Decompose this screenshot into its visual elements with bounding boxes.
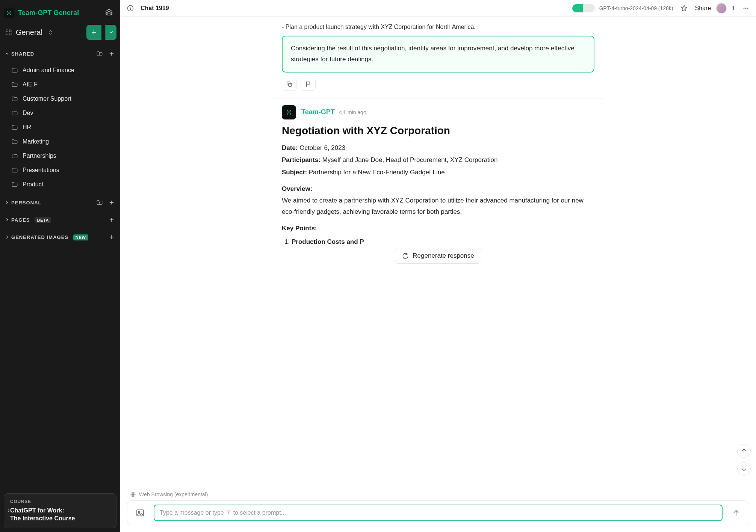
more-button[interactable] — [740, 3, 751, 14]
brand-name[interactable]: Team-GPT General — [18, 9, 99, 17]
folder-item[interactable]: AIE.F — [2, 77, 119, 92]
arrow-up-icon — [741, 448, 747, 454]
kv-date-val: October 6, 2023 — [298, 144, 346, 151]
folder-label: Partnerships — [23, 153, 56, 159]
folder-label: HR — [23, 124, 31, 131]
course-card[interactable]: COURSE ChatGPT for Work: The Interactive… — [4, 493, 116, 528]
section-images-title-text: GENERATED IMAGES — [11, 234, 68, 240]
folder-item[interactable]: HR — [2, 120, 119, 135]
overview-heading: Overview: — [282, 185, 594, 193]
scroll-down-button[interactable] — [737, 462, 751, 476]
regenerate-response-button[interactable]: Regenerate response — [395, 248, 481, 264]
section-pages-title: PAGES BETA — [11, 217, 107, 223]
info-icon — [127, 5, 134, 12]
folder-icon — [11, 181, 18, 188]
section-shared-header[interactable]: SHARED — [0, 45, 120, 62]
section-personal-title: PERSONAL — [11, 200, 95, 206]
folder-icon — [11, 167, 18, 174]
new-badge: NEW — [73, 234, 88, 240]
chat-content[interactable]: - Plan a product launch strategy with XY… — [120, 17, 756, 532]
new-folder-button-personal[interactable] — [95, 198, 104, 207]
folder-label: Dev — [23, 110, 33, 116]
copy-button[interactable] — [282, 78, 297, 91]
prev-line-2: - Plan a product launch strategy with XY… — [282, 22, 594, 32]
grid-icon — [5, 29, 12, 36]
brand-logo-icon — [6, 9, 12, 16]
image-icon — [136, 508, 145, 517]
kv-subject-val: Partnership for a New Eco-Friendly Gadge… — [307, 169, 445, 176]
model-label[interactable]: GPT-4-turbo-2024-04-09 (128k) — [599, 5, 673, 11]
svg-point-11 — [747, 8, 748, 9]
section-pages-header[interactable]: PAGES BETA — [0, 211, 120, 228]
scroll-up-button[interactable] — [737, 444, 751, 458]
flag-icon — [305, 81, 311, 88]
svg-rect-7 — [9, 33, 11, 35]
topbar: Chat 1919 GPT-4-turbo-2024-04-09 (128k) … — [120, 0, 756, 17]
svg-point-10 — [745, 8, 747, 9]
course-title-line2: The Interactive Course — [10, 515, 75, 521]
previous-message-tail: - Plan a product launch strategy with XY… — [282, 22, 594, 32]
kv-date: Date: October 6, 2023 — [282, 142, 594, 154]
arrow-down-icon — [741, 466, 747, 472]
add-item-button-personal[interactable] — [107, 198, 116, 207]
add-item-button[interactable] — [107, 49, 116, 59]
plus-icon — [109, 51, 115, 57]
folder-item[interactable]: Marketing — [2, 135, 119, 149]
add-page-button[interactable] — [107, 215, 116, 225]
chevron-down-icon — [4, 50, 11, 57]
add-image-button[interactable] — [107, 232, 116, 242]
message-divider — [273, 98, 603, 98]
flag-button[interactable] — [301, 78, 316, 91]
new-folder-button[interactable] — [95, 49, 104, 59]
section-images-header[interactable]: GENERATED IMAGES NEW — [0, 228, 120, 246]
star-icon — [680, 5, 688, 12]
section-shared-title: SHARED — [11, 51, 95, 57]
keypoints-heading: Key Points: — [282, 225, 594, 232]
globe-icon — [130, 491, 136, 497]
composer — [127, 500, 749, 525]
folder-item[interactable]: Partnerships — [2, 149, 119, 163]
attach-image-button[interactable] — [132, 505, 148, 521]
folder-label: Presentations — [23, 167, 59, 174]
kv-participants: Participants: Myself and Jane Doe, Head … — [282, 154, 594, 166]
folder-icon — [11, 95, 18, 102]
info-button[interactable] — [125, 3, 136, 14]
context-usage-fill — [572, 4, 583, 12]
bot-timestamp: < 1 min ago — [339, 109, 366, 115]
star-button[interactable] — [679, 3, 690, 14]
folder-icon — [11, 153, 18, 159]
folder-item[interactable]: Product — [2, 177, 119, 192]
regenerate-label: Regenerate response — [413, 252, 474, 260]
folder-label: AIE.F — [23, 81, 38, 88]
message-input[interactable] — [154, 505, 723, 521]
svg-rect-19 — [137, 510, 144, 516]
beta-badge: BETA — [35, 217, 51, 223]
svg-rect-4 — [6, 30, 8, 32]
settings-button[interactable] — [103, 7, 115, 19]
folder-item[interactable]: Admin and Finance — [2, 63, 119, 77]
new-chat-dropdown[interactable] — [105, 25, 116, 40]
kv-participants-val: Myself and Jane Doe, Head of Procurement… — [321, 156, 498, 163]
share-button[interactable]: Share — [695, 5, 711, 12]
avatar[interactable] — [716, 3, 727, 14]
workspace-selector[interactable]: General — [4, 26, 83, 39]
folder-list: Admin and Finance AIE.F Customer Support… — [0, 62, 120, 194]
kv-subject: Subject: Partnership for a New Eco-Frien… — [282, 166, 594, 178]
folder-item[interactable]: Dev — [2, 106, 119, 120]
kv-participants-key: Participants: — [282, 156, 321, 163]
keypoint-1: Production Costs and P — [292, 236, 594, 248]
gear-icon — [105, 9, 113, 17]
send-button[interactable] — [728, 505, 744, 521]
context-usage-pill — [572, 4, 595, 12]
response-title: Negotiation with XYZ Corporation — [282, 125, 594, 137]
new-chat-button[interactable] — [86, 25, 101, 40]
section-images-title: GENERATED IMAGES NEW — [11, 234, 107, 240]
web-browsing-note: Web Browsing (experimental) — [130, 491, 749, 497]
section-personal-header[interactable]: PERSONAL — [0, 194, 120, 211]
folder-item[interactable]: Presentations — [2, 163, 119, 177]
course-kicker: COURSE — [10, 499, 110, 504]
folder-icon — [11, 110, 18, 116]
folder-icon — [11, 124, 18, 131]
folder-item[interactable]: Customer Support — [2, 92, 119, 106]
chevron-right-icon — [4, 234, 11, 240]
